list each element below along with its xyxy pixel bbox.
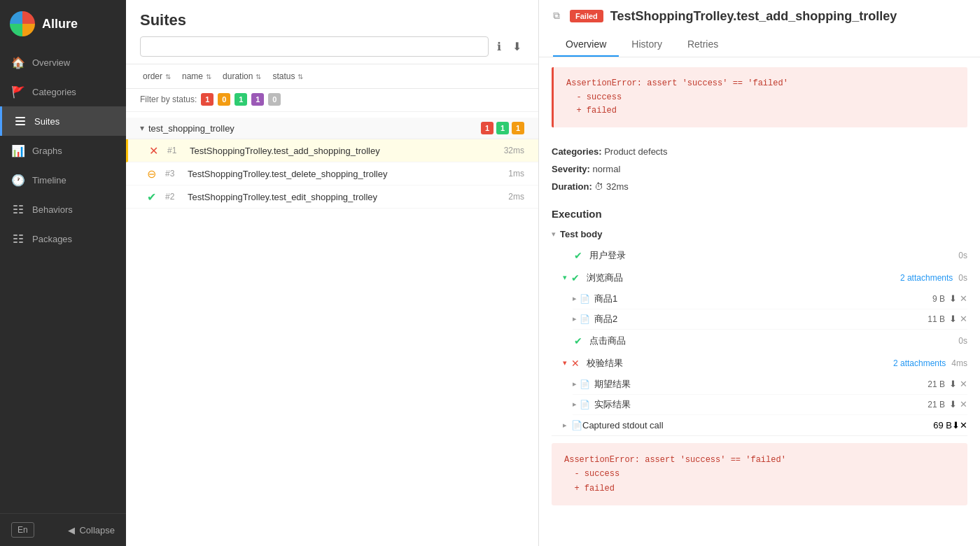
sidebar-item-timeline[interactable]: 🕐 Timeline [0, 165, 126, 195]
sort-arrow-icon: ⇅ [165, 73, 171, 80]
test-num: #2 [165, 192, 182, 202]
sidebar-item-label: Categories [32, 87, 76, 97]
file-size: 69 B [933, 420, 952, 430]
test-row[interactable]: ⊖ #3 TestShoppingTrolley.test_delete_sho… [126, 162, 538, 186]
close-icon[interactable]: ✕ [960, 314, 967, 324]
bottom-error-box: AssertionError: assert 'success' == 'fai… [552, 443, 967, 505]
sort-name-button[interactable]: name ⇅ [179, 70, 214, 83]
chevron-right-icon: ▸ [573, 294, 577, 303]
download-icon[interactable]: ⬇ [949, 293, 957, 304]
download-icon[interactable]: ⬇ [952, 420, 960, 430]
sidebar-item-overview[interactable]: 🏠 Overview [0, 48, 126, 77]
sidebar-item-categories[interactable]: 🚩 Categories [0, 77, 126, 106]
file-icon: 📄 [571, 420, 582, 430]
sidebar-nav: 🏠 Overview 🚩 Categories Suites 📊 Graphs … [0, 48, 126, 513]
test-name: TestShoppingTrolley.test_add_shopping_tr… [190, 146, 504, 156]
tab-history[interactable]: History [619, 33, 675, 57]
sidebar-logo: Allure [0, 0, 126, 48]
test-duration: 1ms [508, 169, 524, 178]
execution-header: Execution [539, 201, 980, 224]
fail-status-icon: ✕ [149, 144, 162, 157]
skip-status-icon: ⊖ [147, 167, 160, 180]
tab-retries[interactable]: Retries [675, 33, 731, 57]
filter-badge-skipped[interactable]: 0 [218, 93, 230, 106]
svg-rect-1 [15, 120, 25, 122]
sort-status-button[interactable]: status ⇅ [270, 70, 306, 83]
group-badge-pass: 1 [496, 122, 509, 134]
step-browse-goods[interactable]: ▾ ✔ 浏览商品 2 attachments 0s [552, 267, 967, 289]
svg-rect-3 [13, 205, 18, 206]
download-icon[interactable]: ⬇ [949, 399, 957, 410]
behaviors-icon [11, 202, 25, 216]
file-icon: 📄 [580, 294, 590, 304]
test-body-label: Test body [560, 229, 967, 239]
pass-icon: ✔ [574, 250, 585, 261]
sidebar-item-packages[interactable]: Packages [0, 224, 126, 253]
collapse-label: Collapse [79, 525, 115, 536]
test-name: TestShoppingTrolley.test_delete_shopping… [188, 169, 508, 179]
test-row[interactable]: ✔ #2 TestShoppingTrolley.test_edit_shopp… [126, 186, 538, 209]
filter-badge-other[interactable]: 0 [268, 93, 281, 106]
search-input[interactable] [140, 36, 489, 57]
close-icon[interactable]: ✕ [960, 293, 967, 304]
step-stdout[interactable]: ▸ 📄 Captured stdout call 69 B ⬇ ✕ [552, 415, 967, 435]
sidebar-item-suites[interactable]: Suites [0, 106, 126, 136]
filter-badge-passed[interactable]: 1 [234, 93, 247, 106]
info-button[interactable]: ℹ [494, 38, 504, 55]
sort-arrow-icon: ⇅ [255, 73, 261, 80]
close-icon[interactable]: ✕ [960, 399, 967, 410]
close-icon[interactable]: ✕ [960, 379, 967, 389]
attachment-item[interactable]: ▸ 📄 商品2 11 B ⬇ ✕ [573, 309, 967, 330]
attachment-item[interactable]: ▸ 📄 期望结果 21 B ⬇ ✕ [573, 374, 967, 395]
group-badge-fail: 1 [481, 122, 493, 134]
sidebar-item-label: Overview [32, 57, 70, 68]
chevron-down-icon: ▾ [563, 273, 567, 282]
test-body-header[interactable]: ▾ Test body [552, 224, 967, 244]
test-row[interactable]: ✕ #1 TestShoppingTrolley.test_add_shoppi… [126, 139, 538, 162]
sidebar-item-graphs[interactable]: 📊 Graphs [0, 136, 126, 165]
chevron-down-icon: ▾ [140, 123, 144, 133]
filter-row: Filter by status: 1 0 1 1 0 [126, 89, 538, 112]
download-icon[interactable]: ⬇ [949, 379, 957, 389]
sidebar-item-label: Packages [32, 234, 72, 244]
file-icon: 📄 [580, 400, 590, 410]
suite-group-name: test_shopping_trolley [148, 123, 481, 134]
collapse-button[interactable]: ◀ Collapse [68, 525, 115, 536]
sidebar-item-behaviors[interactable]: Behaviors [0, 195, 126, 224]
download-button[interactable]: ⬇ [510, 38, 524, 55]
categories-row: Categories: Product defects [552, 143, 967, 160]
sidebar-item-label: Behaviors [32, 204, 73, 215]
copy-icon[interactable]: ⧉ [553, 10, 560, 22]
svg-rect-6 [19, 209, 23, 210]
attachment-name: 商品2 [594, 313, 927, 326]
duration-value: 32ms [606, 181, 629, 192]
step-user-login[interactable]: ✔ 用户登录 0s [552, 244, 967, 267]
attachment-item[interactable]: ▸ 📄 实际结果 21 B ⬇ ✕ [573, 395, 967, 415]
file-icon: 📄 [580, 314, 590, 324]
step-verify-children: ▸ 📄 期望结果 21 B ⬇ ✕ ▸ 📄 实际结果 [552, 374, 967, 415]
status-badge: Failed [570, 10, 603, 22]
tab-overview[interactable]: Overview [553, 33, 619, 57]
meta-section: Categories: Product defects Severity: no… [539, 137, 980, 201]
suite-group-header[interactable]: ▾ test_shopping_trolley 1 1 1 [126, 118, 538, 139]
app-title: Allure [42, 17, 78, 31]
sidebar-item-label: Suites [34, 116, 59, 127]
attachment-item[interactable]: ▸ 📄 商品1 9 B ⬇ ✕ [573, 289, 967, 309]
step-verify-result[interactable]: ▾ ✕ 校验结果 2 attachments 4ms [552, 352, 967, 374]
pass-icon: ✔ [571, 272, 582, 284]
sort-duration-button[interactable]: duration ⇅ [220, 70, 264, 83]
language-button[interactable]: En [11, 522, 34, 538]
step-name: 点击商品 [589, 335, 953, 347]
clock-icon: ⏱ [594, 181, 603, 192]
close-icon[interactable]: ✕ [960, 420, 967, 430]
filter-badge-unknown[interactable]: 1 [251, 93, 264, 106]
sort-order-button[interactable]: order ⇅ [140, 70, 174, 83]
chevron-right-icon: ▸ [563, 421, 567, 430]
step-browse-children: ▸ 📄 商品1 9 B ⬇ ✕ ▸ 📄 商品2 [552, 289, 967, 330]
download-icon[interactable]: ⬇ [949, 314, 957, 324]
file-size: 21 B [927, 400, 945, 410]
filter-badge-failed[interactable]: 1 [201, 93, 214, 106]
order-label: order [143, 71, 162, 81]
svg-rect-10 [19, 234, 23, 236]
step-click-goods[interactable]: ✔ 点击商品 0s [552, 330, 967, 352]
